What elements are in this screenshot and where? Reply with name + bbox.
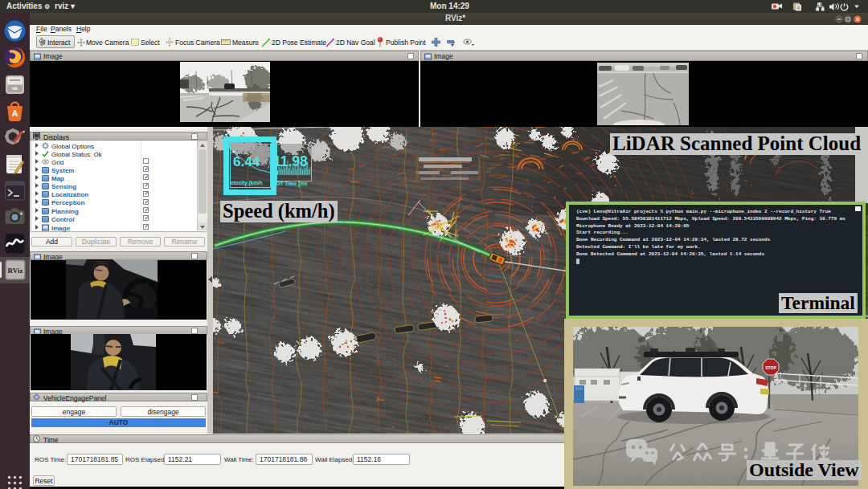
svg-text:⚙: ⚙	[44, 3, 50, 10]
svg-text:RViz: RViz	[8, 267, 23, 275]
svg-text:STOP: STOP	[765, 365, 776, 370]
svg-text:A: A	[12, 108, 18, 118]
